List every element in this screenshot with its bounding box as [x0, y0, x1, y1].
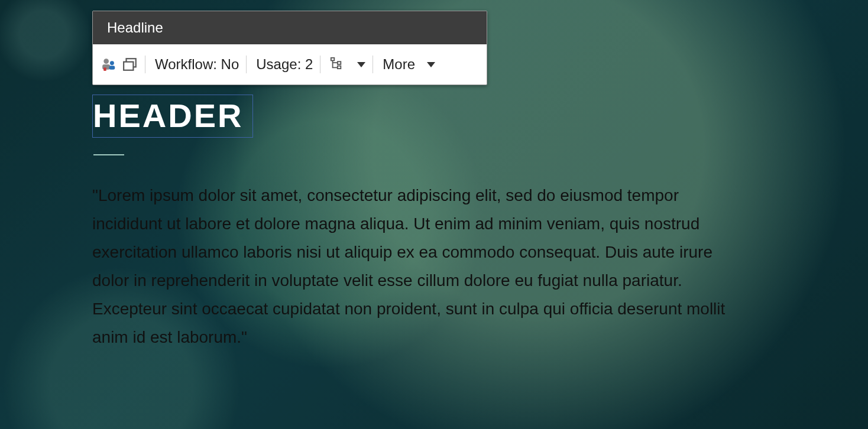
- divider: [93, 154, 124, 155]
- svg-rect-4: [103, 67, 106, 70]
- toolbar-row: Workflow: No Usage: 2 More: [93, 44, 487, 84]
- toolbar-title: Headline: [93, 11, 487, 44]
- svg-rect-9: [338, 66, 341, 69]
- svg-point-2: [110, 61, 114, 65]
- page-content: HEADER "Lorem ipsum dolor sit amet, cons…: [92, 95, 731, 352]
- svg-rect-1: [102, 64, 110, 70]
- workflow-button[interactable]: Workflow: No: [155, 56, 239, 73]
- svg-point-0: [103, 58, 109, 64]
- user-icon: [101, 57, 116, 72]
- user-button[interactable]: [101, 57, 116, 72]
- header-selection[interactable]: HEADER: [92, 95, 253, 138]
- svg-rect-8: [338, 61, 341, 64]
- separator: [145, 56, 145, 73]
- page-header: HEADER: [93, 97, 243, 134]
- more-button[interactable]: More: [383, 56, 435, 73]
- body-text: "Lorem ipsum dolor sit amet, consectetur…: [92, 181, 731, 352]
- svg-rect-3: [109, 66, 115, 70]
- workflow-label: Workflow: No: [155, 56, 239, 73]
- usage-label: Usage: 2: [256, 56, 313, 73]
- separator: [320, 56, 320, 73]
- svg-rect-6: [124, 62, 133, 70]
- more-label: More: [383, 56, 415, 73]
- tree-icon: [330, 57, 345, 72]
- layout-button[interactable]: [122, 57, 138, 72]
- chevron-down-icon: [427, 62, 435, 67]
- edit-toolbar: Headline Workflo: [92, 11, 487, 85]
- tree-button[interactable]: [330, 57, 365, 72]
- separator: [246, 56, 247, 73]
- chevron-down-icon: [357, 62, 365, 67]
- window-icon: [122, 57, 138, 72]
- usage-button[interactable]: Usage: 2: [256, 56, 313, 73]
- svg-rect-7: [331, 58, 335, 61]
- separator: [373, 56, 373, 73]
